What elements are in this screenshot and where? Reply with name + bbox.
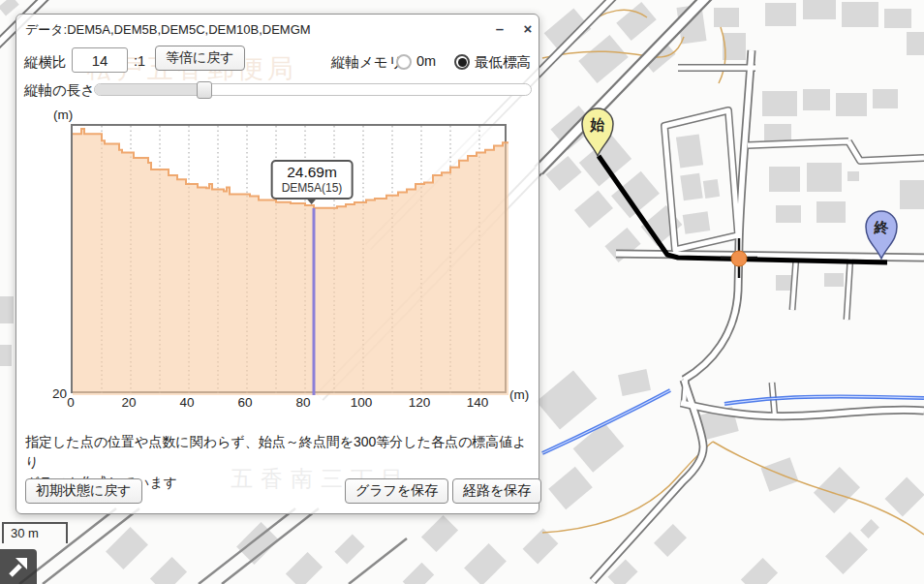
y-length-slider[interactable] — [94, 83, 532, 96]
x-tick-label: 60 — [237, 395, 252, 410]
note-line1: 指定した点の位置や点数に関わらず、始点～終点間を300等分した各点の標高値より — [25, 434, 527, 470]
x-tick-label: 80 — [295, 395, 310, 410]
radio-min-elevation-label[interactable]: 最低標高 — [475, 53, 531, 72]
tooltip-elevation-value: 24.69m — [282, 164, 343, 181]
x-tick-label: 100 — [351, 395, 373, 410]
x-tick-label: 120 — [409, 395, 431, 410]
tooltip-series-label: DEM5A(15) — [282, 181, 343, 195]
chart-tooltip: 24.69m DEM5A(15) — [271, 160, 354, 200]
aspect-ratio-label: 縦横比 — [24, 53, 67, 72]
y-axis-mode-label: 縦軸メモリ — [331, 53, 403, 72]
x-tick-label: 40 — [179, 395, 194, 410]
app-stage: 松戸五香郵便局 五香南三丁目 始 終 30 m データ:DEM5A,DEM5B,… — [0, 0, 924, 584]
end-pin-label: 終 — [874, 219, 890, 235]
y-axis-unit-label: (m) — [53, 108, 73, 122]
x-tick-label: 140 — [467, 395, 489, 410]
y-axis-min-tick: 20 — [44, 386, 67, 401]
fullscreen-button[interactable] — [0, 549, 37, 584]
radio-0m-label[interactable]: 0m — [416, 53, 436, 69]
aspect-ratio-input[interactable] — [72, 47, 128, 73]
aspect-ratio-suffix: :1 — [134, 53, 145, 69]
close-button[interactable]: × — [517, 18, 539, 40]
x-axis-unit-label: (m) — [509, 387, 529, 402]
x-tick-label: 0 — [67, 395, 75, 410]
dialog-title: データ:DEM5A,DEM5B,DEM5C,DEM10B,DEMGM — [25, 21, 311, 39]
save-graph-button[interactable]: グラフを保存 — [345, 478, 448, 504]
minimize-button[interactable]: – — [489, 18, 510, 40]
route-point-marker[interactable] — [731, 251, 747, 266]
reset-scale-button[interactable]: 等倍に戻す — [155, 46, 245, 71]
x-tick-label: 20 — [121, 395, 136, 410]
reset-initial-state-button[interactable]: 初期状態に戻す — [25, 478, 142, 504]
start-pin-label: 始 — [590, 116, 605, 133]
radio-min-elevation[interactable] — [454, 54, 470, 70]
save-route-button[interactable]: 経路を保存 — [452, 478, 541, 504]
expand-arrow-icon — [7, 555, 30, 578]
y-length-label: 縦軸の長さ — [24, 81, 95, 100]
elevation-profile-dialog: データ:DEM5A,DEM5B,DEM5C,DEM10B,DEMGM – × 縦… — [15, 14, 539, 514]
slider-thumb[interactable] — [197, 81, 212, 99]
slider-fill — [95, 84, 204, 95]
radio-0m[interactable] — [396, 54, 412, 70]
map-scale-bar: 30 m — [2, 522, 68, 543]
map-scale-label: 30 m — [11, 526, 39, 540]
